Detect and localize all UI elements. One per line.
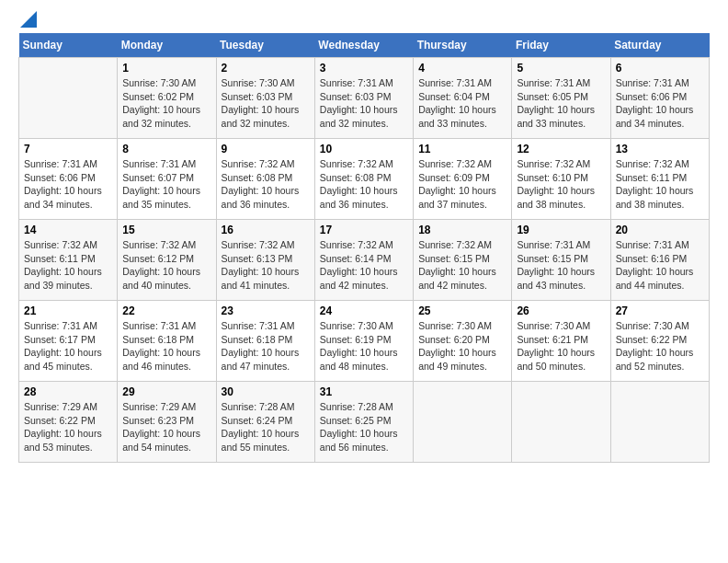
calendar-cell: 3Sunrise: 7:31 AMSunset: 6:03 PMDaylight… [314, 58, 413, 139]
day-info: Sunrise: 7:31 AMSunset: 6:16 PMDaylight:… [616, 238, 704, 293]
calendar-cell: 26Sunrise: 7:30 AMSunset: 6:21 PMDayligh… [512, 301, 610, 382]
day-number: 22 [122, 304, 210, 317]
weekday-header-monday: Monday [118, 33, 216, 58]
calendar-cell: 12Sunrise: 7:32 AMSunset: 6:10 PMDayligh… [512, 139, 610, 220]
weekday-header-sunday: Sunday [19, 33, 118, 58]
calendar-cell: 20Sunrise: 7:31 AMSunset: 6:16 PMDayligh… [610, 220, 709, 301]
calendar-cell [512, 382, 610, 463]
day-number: 24 [320, 304, 408, 317]
calendar-cell [19, 58, 118, 139]
calendar-cell: 13Sunrise: 7:32 AMSunset: 6:11 PMDayligh… [610, 139, 709, 220]
day-number: 3 [320, 62, 408, 75]
day-info: Sunrise: 7:30 AMSunset: 6:02 PMDaylight:… [122, 76, 210, 131]
day-number: 28 [24, 385, 112, 398]
calendar-cell: 28Sunrise: 7:29 AMSunset: 6:22 PMDayligh… [19, 382, 118, 463]
calendar-cell: 30Sunrise: 7:28 AMSunset: 6:24 PMDayligh… [216, 382, 314, 463]
calendar-cell: 5Sunrise: 7:31 AMSunset: 6:05 PMDaylight… [512, 58, 610, 139]
day-number: 2 [222, 62, 310, 75]
calendar-cell: 15Sunrise: 7:32 AMSunset: 6:12 PMDayligh… [118, 220, 216, 301]
day-number: 7 [24, 143, 112, 155]
day-info: Sunrise: 7:31 AMSunset: 6:18 PMDaylight:… [222, 319, 310, 373]
day-info: Sunrise: 7:32 AMSunset: 6:11 PMDaylight:… [24, 238, 112, 293]
calendar-cell: 1Sunrise: 7:30 AMSunset: 6:02 PMDaylight… [118, 58, 216, 139]
day-number: 27 [616, 304, 704, 317]
calendar-cell: 16Sunrise: 7:32 AMSunset: 6:13 PMDayligh… [216, 220, 314, 301]
day-number: 19 [517, 224, 605, 236]
day-info: Sunrise: 7:32 AMSunset: 6:08 PMDaylight:… [222, 157, 310, 212]
day-number: 31 [320, 385, 408, 398]
calendar-cell: 19Sunrise: 7:31 AMSunset: 6:15 PMDayligh… [512, 220, 610, 301]
day-number: 16 [222, 224, 310, 236]
calendar-cell: 2Sunrise: 7:30 AMSunset: 6:03 PMDaylight… [216, 58, 314, 139]
day-number: 25 [418, 304, 506, 317]
day-info: Sunrise: 7:30 AMSunset: 6:03 PMDaylight:… [222, 76, 310, 131]
day-number: 23 [222, 304, 310, 317]
calendar-cell: 9Sunrise: 7:32 AMSunset: 6:08 PMDaylight… [216, 139, 314, 220]
day-number: 20 [616, 224, 704, 236]
day-number: 14 [24, 224, 112, 236]
day-number: 15 [122, 224, 210, 236]
calendar-header: SundayMondayTuesdayWednesdayThursdayFrid… [19, 33, 710, 58]
day-number: 8 [122, 143, 210, 155]
day-number: 30 [222, 385, 310, 398]
calendar-table: SundayMondayTuesdayWednesdayThursdayFrid… [18, 33, 710, 463]
calendar-cell [610, 382, 709, 463]
calendar-cell: 21Sunrise: 7:31 AMSunset: 6:17 PMDayligh… [19, 301, 118, 382]
day-info: Sunrise: 7:30 AMSunset: 6:21 PMDaylight:… [517, 319, 605, 373]
day-info: Sunrise: 7:30 AMSunset: 6:22 PMDaylight:… [616, 319, 704, 373]
day-number: 29 [122, 385, 210, 398]
day-number: 11 [418, 143, 506, 155]
logo [18, 18, 37, 24]
day-info: Sunrise: 7:31 AMSunset: 6:07 PMDaylight:… [122, 157, 210, 212]
calendar-cell: 22Sunrise: 7:31 AMSunset: 6:18 PMDayligh… [118, 301, 216, 382]
day-number: 5 [517, 62, 605, 75]
day-info: Sunrise: 7:29 AMSunset: 6:22 PMDaylight:… [24, 400, 112, 454]
day-number: 17 [320, 224, 408, 236]
calendar-cell: 10Sunrise: 7:32 AMSunset: 6:08 PMDayligh… [314, 139, 413, 220]
day-info: Sunrise: 7:31 AMSunset: 6:06 PMDaylight:… [616, 76, 704, 131]
day-number: 6 [616, 62, 704, 75]
calendar-cell: 23Sunrise: 7:31 AMSunset: 6:18 PMDayligh… [216, 301, 314, 382]
calendar-cell: 27Sunrise: 7:30 AMSunset: 6:22 PMDayligh… [610, 301, 709, 382]
calendar-cell: 8Sunrise: 7:31 AMSunset: 6:07 PMDaylight… [118, 139, 216, 220]
calendar-cell [414, 382, 512, 463]
day-number: 9 [222, 143, 310, 155]
day-info: Sunrise: 7:32 AMSunset: 6:14 PMDaylight:… [320, 238, 408, 293]
weekday-header-wednesday: Wednesday [314, 33, 413, 58]
day-number: 21 [24, 304, 112, 317]
day-info: Sunrise: 7:28 AMSunset: 6:24 PMDaylight:… [222, 400, 310, 454]
weekday-header-saturday: Saturday [610, 33, 709, 58]
day-info: Sunrise: 7:29 AMSunset: 6:23 PMDaylight:… [122, 400, 210, 454]
day-info: Sunrise: 7:31 AMSunset: 6:03 PMDaylight:… [320, 76, 408, 131]
calendar-cell: 4Sunrise: 7:31 AMSunset: 6:04 PMDaylight… [414, 58, 512, 139]
day-number: 13 [616, 143, 704, 155]
calendar-cell: 11Sunrise: 7:32 AMSunset: 6:09 PMDayligh… [414, 139, 512, 220]
day-number: 10 [320, 143, 408, 155]
day-info: Sunrise: 7:31 AMSunset: 6:06 PMDaylight:… [24, 157, 112, 212]
page-header [18, 18, 710, 24]
day-number: 26 [517, 304, 605, 317]
day-info: Sunrise: 7:32 AMSunset: 6:08 PMDaylight:… [320, 157, 408, 212]
day-number: 12 [517, 143, 605, 155]
day-info: Sunrise: 7:30 AMSunset: 6:19 PMDaylight:… [320, 319, 408, 373]
day-info: Sunrise: 7:30 AMSunset: 6:20 PMDaylight:… [418, 319, 506, 373]
day-info: Sunrise: 7:32 AMSunset: 6:15 PMDaylight:… [418, 238, 506, 293]
calendar-cell: 17Sunrise: 7:32 AMSunset: 6:14 PMDayligh… [314, 220, 413, 301]
day-info: Sunrise: 7:32 AMSunset: 6:11 PMDaylight:… [616, 157, 704, 212]
calendar-cell: 7Sunrise: 7:31 AMSunset: 6:06 PMDaylight… [19, 139, 118, 220]
day-info: Sunrise: 7:31 AMSunset: 6:18 PMDaylight:… [122, 319, 210, 373]
weekday-header-friday: Friday [512, 33, 610, 58]
calendar-cell: 6Sunrise: 7:31 AMSunset: 6:06 PMDaylight… [610, 58, 709, 139]
calendar-cell: 31Sunrise: 7:28 AMSunset: 6:25 PMDayligh… [314, 382, 413, 463]
calendar-cell: 25Sunrise: 7:30 AMSunset: 6:20 PMDayligh… [414, 301, 512, 382]
logo-icon [20, 11, 37, 28]
svg-marker-0 [20, 11, 37, 28]
day-info: Sunrise: 7:32 AMSunset: 6:10 PMDaylight:… [517, 157, 605, 212]
calendar-cell: 29Sunrise: 7:29 AMSunset: 6:23 PMDayligh… [118, 382, 216, 463]
day-info: Sunrise: 7:31 AMSunset: 6:15 PMDaylight:… [517, 238, 605, 293]
calendar-cell: 14Sunrise: 7:32 AMSunset: 6:11 PMDayligh… [19, 220, 118, 301]
day-info: Sunrise: 7:31 AMSunset: 6:17 PMDaylight:… [24, 319, 112, 373]
day-info: Sunrise: 7:32 AMSunset: 6:09 PMDaylight:… [418, 157, 506, 212]
day-info: Sunrise: 7:28 AMSunset: 6:25 PMDaylight:… [320, 400, 408, 454]
day-info: Sunrise: 7:32 AMSunset: 6:13 PMDaylight:… [222, 238, 310, 293]
